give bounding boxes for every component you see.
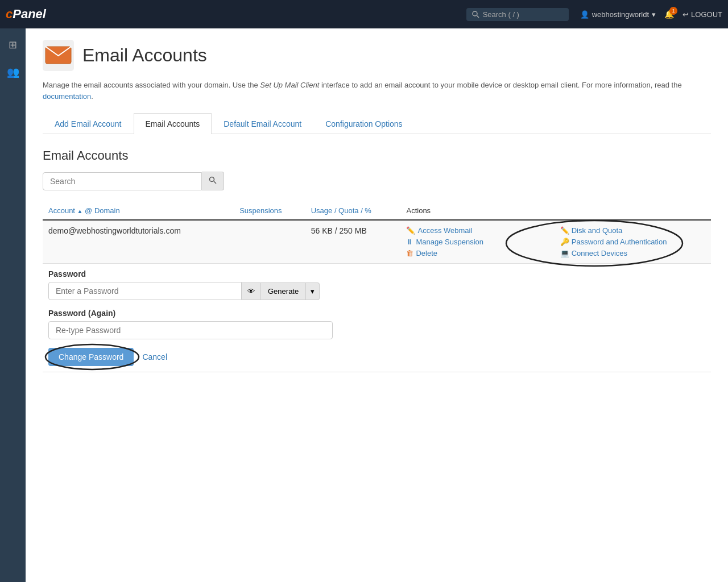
brand-c: c xyxy=(6,7,13,21)
tabs: Add Email Account Email Accounts Default… xyxy=(43,113,711,134)
password-input-row: 👁 Generate ▾ xyxy=(48,282,705,300)
tab-add-email[interactable]: Add Email Account xyxy=(43,113,134,134)
cancel-button[interactable]: Cancel xyxy=(142,352,167,361)
account-email: demo@webhostingworldtutorials.com xyxy=(43,220,234,264)
navbar-right: 👤 webhostingworldt ▾ 🔔 1 ↩ LOGOUT xyxy=(580,10,722,19)
account-actions: ✏️ Access Webmail ✏️ Disk and Quota ⏸ Ma… xyxy=(400,220,711,264)
password-input[interactable] xyxy=(48,282,242,300)
password-form-row: Password 👁 Generate xyxy=(43,264,711,372)
disk-icon: ✏️ xyxy=(560,226,569,235)
manage-suspension-link[interactable]: ⏸ Manage Suspension xyxy=(406,238,551,246)
col-account: Account ▲ @ Domain xyxy=(43,202,234,220)
generate-dropdown-icon: ▾ xyxy=(311,287,315,296)
tab-default-email[interactable]: Default Email Account xyxy=(212,113,313,134)
change-password-button[interactable]: Change Password xyxy=(48,348,134,366)
password-auth-link[interactable]: 🔑 Password and Authentication xyxy=(560,238,705,246)
search-bar-section xyxy=(43,172,711,190)
search-placeholder-text: Search ( / ) xyxy=(483,10,519,19)
username-label: webhostingworldt xyxy=(592,10,649,19)
connect-devices-link[interactable]: 💻 Connect Devices xyxy=(560,249,705,257)
form-actions: Change Password Cancel xyxy=(48,348,705,366)
table-row: demo@webhostingworldtutorials.com 56 KB … xyxy=(43,220,711,264)
navbar: cPanel Search ( / ) 👤 webhostingworldt ▾… xyxy=(0,0,728,28)
logout-button[interactable]: ↩ LOGOUT xyxy=(682,10,722,19)
logout-icon: ↩ xyxy=(682,10,689,19)
manage-suspension-label: Manage Suspension xyxy=(416,238,483,246)
delete-label: Delete xyxy=(416,249,437,257)
brand-panel: Panel xyxy=(13,7,46,21)
access-webmail-link[interactable]: ✏️ Access Webmail xyxy=(406,226,551,235)
brand-logo[interactable]: cPanel xyxy=(6,7,46,22)
page-title: Email Accounts xyxy=(82,45,207,66)
section-title: Email Accounts xyxy=(43,148,711,163)
key-icon: 🔑 xyxy=(560,238,569,246)
sidebar-grid-icon[interactable]: ⊞ xyxy=(4,34,22,56)
accounts-table: Account ▲ @ Domain Suspensions Usage / Q… xyxy=(43,202,711,372)
dropdown-icon: ▾ xyxy=(652,10,656,19)
sidebar: ⊞ 👥 xyxy=(0,28,26,582)
user-menu[interactable]: 👤 webhostingworldt ▾ xyxy=(580,10,656,19)
confirm-password-label: Password (Again) xyxy=(48,309,705,318)
account-usage: 56 KB / 250 MB xyxy=(305,220,401,264)
setup-mail-client-text: Set Up Mail Client xyxy=(260,81,319,89)
toggle-password-button[interactable]: 👁 xyxy=(242,282,261,300)
page-description: Manage the email accounts associated wit… xyxy=(43,80,711,102)
col-suspensions: Suspensions xyxy=(234,202,305,220)
search-input[interactable] xyxy=(43,172,202,190)
svg-point-0 xyxy=(473,11,477,16)
tab-config-options[interactable]: Configuration Options xyxy=(313,113,414,134)
notification-bell[interactable]: 🔔 1 xyxy=(664,10,674,19)
access-webmail-label: Access Webmail xyxy=(417,226,472,235)
search-bar[interactable]: Search ( / ) xyxy=(466,8,569,21)
generate-label: Generate xyxy=(268,287,299,296)
monitor-icon: 💻 xyxy=(560,249,569,257)
generate-dropdown-button[interactable]: ▾ xyxy=(306,282,320,300)
logout-label: LOGOUT xyxy=(691,10,722,19)
suspension-icon: ⏸ xyxy=(406,238,413,246)
delete-link[interactable]: 🗑 Delete xyxy=(406,249,551,257)
col-actions: Actions xyxy=(400,202,711,220)
generate-button[interactable]: Generate xyxy=(261,282,306,300)
confirm-password-group: Password (Again) xyxy=(48,309,705,339)
search-button[interactable] xyxy=(202,172,224,190)
user-icon: 👤 xyxy=(580,10,589,19)
search-icon xyxy=(472,11,479,18)
disk-quota-label: Disk and Quota xyxy=(572,226,623,235)
webmail-icon: ✏️ xyxy=(406,226,415,235)
svg-point-4 xyxy=(210,177,214,182)
connect-devices-label: Connect Devices xyxy=(572,249,627,257)
page-header: Email Accounts xyxy=(43,40,711,71)
confirm-password-input[interactable] xyxy=(48,321,333,339)
trash-icon: 🗑 xyxy=(406,249,413,257)
search-icon xyxy=(209,176,217,184)
password-form-cell: Password 👁 Generate xyxy=(43,264,711,372)
password-label: Password xyxy=(48,269,705,278)
svg-line-1 xyxy=(477,15,479,18)
eye-icon: 👁 xyxy=(247,287,255,296)
main-content: Email Accounts Manage the email accounts… xyxy=(26,28,728,582)
account-suspensions xyxy=(234,220,305,264)
password-group: Password 👁 Generate xyxy=(48,269,705,300)
documentation-link[interactable]: documentation xyxy=(43,92,91,101)
svg-line-5 xyxy=(214,181,216,184)
sidebar-users-icon[interactable]: 👥 xyxy=(2,61,24,83)
bell-badge: 1 xyxy=(669,7,677,15)
main-layout: ⊞ 👥 Email Accounts Manage the email acco… xyxy=(0,28,728,582)
col-usage: Usage / Quota / % xyxy=(305,202,401,220)
password-auth-label: Password and Authentication xyxy=(572,238,667,246)
password-form: Password 👁 Generate xyxy=(48,269,705,366)
tab-email-accounts[interactable]: Email Accounts xyxy=(134,113,212,134)
disk-quota-link[interactable]: ✏️ Disk and Quota xyxy=(560,226,705,235)
email-accounts-icon xyxy=(43,40,74,71)
